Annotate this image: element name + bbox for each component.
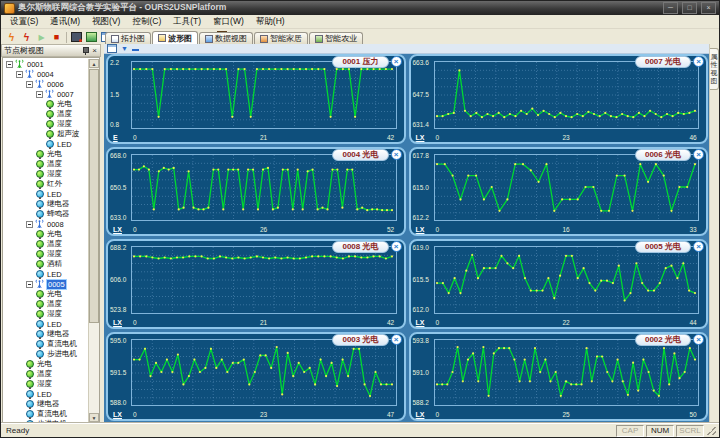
chart-close-icon[interactable]: × (693, 241, 704, 252)
chart-window-icon[interactable] (107, 44, 117, 53)
tree-node-0007[interactable]: 0007 (3, 89, 89, 99)
tree-leaf-LED[interactable]: LED (3, 389, 89, 399)
menu-item-2[interactable]: 视图(V) (86, 16, 126, 28)
tree-leaf-湿度[interactable]: 湿度 (3, 119, 89, 129)
tree-leaf-湿度[interactable]: 湿度 (3, 249, 89, 259)
chart-minimize-icon[interactable] (132, 49, 139, 51)
tree-leaf-湿度[interactable]: 湿度 (3, 309, 89, 319)
chart-close-icon[interactable]: × (693, 149, 704, 160)
agriculture-icon (315, 35, 323, 43)
tab-智能家居[interactable]: 智能家居 (254, 32, 308, 44)
tree-leaf-光电[interactable]: 光电 (3, 149, 89, 159)
tree-leaf-温度[interactable]: 温度 (3, 109, 89, 119)
tree-leaf-光电[interactable]: 光电 (3, 359, 89, 369)
pin-icon[interactable] (83, 47, 88, 55)
collapse-icon[interactable] (26, 281, 33, 288)
sensor-icon (36, 300, 44, 309)
tree-leaf-LED[interactable]: LED (3, 189, 89, 199)
chart-close-icon[interactable]: × (693, 334, 704, 345)
tree-leaf-温度[interactable]: 温度 (3, 369, 89, 379)
tree-node-0005[interactable]: 0005 (3, 279, 89, 289)
menu-item-4[interactable]: 工具(T) (167, 16, 207, 28)
resize-grip[interactable] (707, 426, 716, 435)
actuator-icon (26, 420, 34, 423)
menu-item-6[interactable]: 帮助(H) (250, 16, 291, 28)
tree-leaf-酒精[interactable]: 酒精 (3, 259, 89, 269)
collapse-icon[interactable] (36, 91, 43, 98)
tree-leaf-蜂鸣器[interactable]: 蜂鸣器 (3, 209, 89, 219)
tree-leaf-继电器[interactable]: 继电器 (3, 399, 89, 409)
tab-label: 智能农业 (325, 33, 357, 44)
tree-leaf-温度[interactable]: 温度 (3, 239, 89, 249)
tree-leaf-直流电机[interactable]: 直流电机 (3, 339, 89, 349)
collapse-icon[interactable] (26, 81, 33, 88)
bolt-red-icon[interactable]: ϟ (19, 31, 34, 44)
chart-close-icon[interactable]: × (391, 56, 402, 67)
chart-panels: 0001 压力×E2.21.50.8021420007 光电×LX663.664… (106, 54, 708, 421)
tree-item-label: 0005 (46, 279, 67, 290)
collapse-icon[interactable] (6, 61, 13, 68)
tree-leaf-温度[interactable]: 温度 (3, 299, 89, 309)
close-icon[interactable]: × (701, 2, 716, 14)
tree-leaf-光电[interactable]: 光电 (3, 99, 89, 109)
tree-leaf-继电器[interactable]: 继电器 (3, 199, 89, 209)
tree-leaf-直流电机[interactable]: 直流电机 (3, 409, 89, 419)
menu-item-1[interactable]: 通讯(M) (44, 16, 86, 28)
scroll-down-icon[interactable]: ▼ (89, 413, 99, 422)
scroll-indicator: SCRL (676, 425, 704, 437)
y-tick-max: 619.0 (413, 244, 429, 251)
device-icon[interactable] (69, 31, 84, 44)
menu-item-0[interactable]: 设置(S) (4, 16, 44, 28)
scroll-thumb[interactable] (89, 69, 99, 323)
menu-item-5[interactable]: 窗口(W) (207, 16, 250, 28)
tree-node-0004[interactable]: 0004 (3, 69, 89, 79)
waveform-plot (131, 154, 397, 222)
collapse-icon[interactable] (26, 221, 33, 228)
tree-leaf-红外[interactable]: 红外 (3, 179, 89, 189)
tree-item-label: LED (46, 320, 63, 329)
play-icon[interactable]: ▶ (34, 31, 49, 44)
antenna-icon (25, 69, 34, 79)
scroll-up-icon[interactable]: ▲ (89, 59, 99, 68)
minimize-icon[interactable]: ─ (663, 2, 678, 14)
tree-leaf-LED[interactable]: LED (3, 269, 89, 279)
tab-智能农业[interactable]: 智能农业 (309, 32, 363, 44)
bolt-orange-icon[interactable]: ϟ (4, 31, 19, 44)
chart-title: 0007 光电 (635, 56, 691, 68)
sidebar-close-icon[interactable]: × (91, 47, 98, 55)
image-icon[interactable] (84, 31, 99, 44)
tree-leaf-光电[interactable]: 光电 (3, 229, 89, 239)
chart-close-icon[interactable]: × (391, 149, 402, 160)
tree-node-0008[interactable]: 0008 (3, 219, 89, 229)
tab-拓扑图[interactable]: 拓扑图 (105, 32, 151, 44)
node-tree-panel: 节点树视图 × 0001000400060007光电温度湿度超声波LED光电温度… (1, 44, 101, 423)
maximize-icon[interactable]: □ (682, 2, 697, 14)
chart-close-icon[interactable]: × (391, 241, 402, 252)
chart-close-icon[interactable]: × (391, 334, 402, 345)
tree-node-0006[interactable]: 0006 (3, 79, 89, 89)
chart-close-icon[interactable]: × (693, 56, 704, 67)
tree-node-0001[interactable]: 0001 (3, 59, 89, 69)
tab-波形图[interactable]: 波形图 (152, 31, 198, 44)
tree-leaf-步进电机[interactable]: 步进电机 (3, 349, 89, 359)
y-tick-mid: 647.5 (413, 91, 429, 98)
tree-leaf-超声波[interactable]: 超声波 (3, 129, 89, 139)
tree-leaf-湿度[interactable]: 湿度 (3, 379, 89, 389)
tree-leaf-LED[interactable]: LED (3, 319, 89, 329)
chart-collapse-icon[interactable]: ▼ (121, 45, 128, 52)
tree-leaf-继电器[interactable]: 继电器 (3, 329, 89, 339)
tree-leaf-湿度[interactable]: 湿度 (3, 169, 89, 179)
property-view-tab[interactable]: 属性视图 (710, 48, 719, 90)
chart-title: 0001 压力 (332, 56, 388, 68)
tree-leaf-温度[interactable]: 温度 (3, 159, 89, 169)
tree-scrollbar[interactable]: ▲ ▼ (88, 59, 99, 422)
tree-leaf-光电[interactable]: 光电 (3, 289, 89, 299)
menu-item-3[interactable]: 控制(C) (126, 16, 167, 28)
stop-icon[interactable]: ■ (49, 31, 64, 44)
toolbar-separator (66, 32, 67, 43)
tree-leaf-步进电机[interactable]: 步进电机 (3, 419, 89, 422)
tab-数据视图[interactable]: 数据视图 (199, 32, 253, 44)
waveform-plot (434, 154, 700, 222)
tree-leaf-LED[interactable]: LED (3, 139, 89, 149)
collapse-icon[interactable] (16, 71, 23, 78)
